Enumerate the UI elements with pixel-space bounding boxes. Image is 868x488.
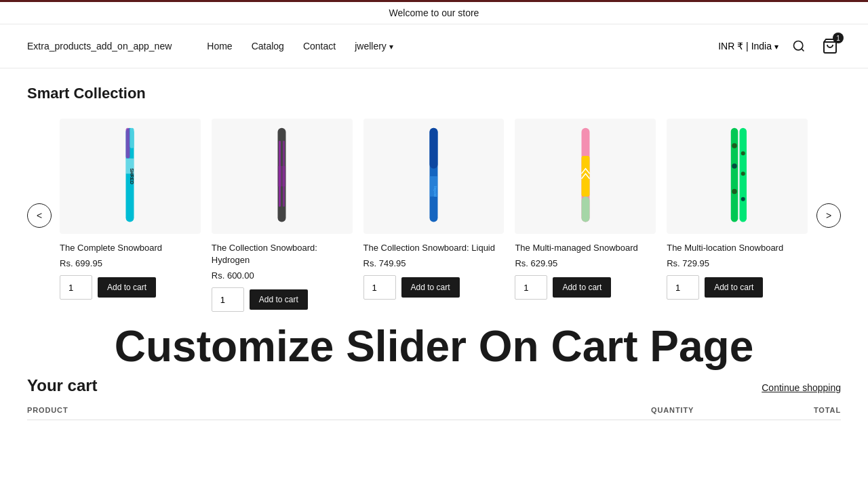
- quantity-input-1[interactable]: [60, 275, 92, 300]
- svg-rect-15: [429, 176, 437, 197]
- main-content: Smart Collection < SHRED The Complete Sn…: [0, 68, 868, 436]
- chevron-down-icon: [774, 41, 778, 52]
- product-card: SHRED The Complete Snowboard Rs. 699.95 …: [60, 119, 201, 312]
- products-row: SHRED The Complete Snowboard Rs. 699.95 …: [60, 119, 808, 312]
- currency-selector[interactable]: INR ₹ | India: [718, 41, 778, 52]
- slider-prev-button[interactable]: <: [27, 203, 52, 228]
- announcement-bar: Welcome to our store: [0, 2, 868, 24]
- snowboard-svg-3: liquid: [418, 125, 449, 227]
- product-image-2: [212, 119, 353, 234]
- product-name-4: The Multi-managed Snowboard: [515, 242, 656, 254]
- header-actions: INR ₹ | India 1: [718, 35, 841, 57]
- snowboard-svg-1: SHRED: [115, 125, 145, 227]
- smart-collection-title: Smart Collection: [27, 85, 841, 102]
- svg-rect-11: [278, 166, 286, 186]
- cart-count-badge: 1: [833, 33, 844, 43]
- svg-point-22: [741, 151, 745, 155]
- product-cart-row-3: Add to cart: [363, 275, 505, 300]
- svg-point-26: [741, 197, 745, 201]
- quantity-input-3[interactable]: [363, 275, 396, 300]
- product-card: The Collection Snowboard: Hydrogen Rs. 6…: [212, 119, 353, 312]
- slider-next-button[interactable]: >: [816, 203, 841, 228]
- product-price-3: Rs. 749.95: [363, 258, 505, 268]
- product-price-4: Rs. 629.95: [515, 258, 656, 268]
- product-price-1: Rs. 699.95: [60, 258, 201, 268]
- add-to-cart-button-3[interactable]: Add to cart: [401, 277, 460, 298]
- nav-catalog[interactable]: Catalog: [252, 41, 284, 52]
- cart-header-row: Your cart Continue shopping: [27, 376, 841, 395]
- product-slider: < SHRED The Complete Snowboard Rs. 699.9…: [27, 119, 841, 312]
- store-logo[interactable]: Extra_products_add_on_app_new: [27, 41, 172, 52]
- snowboard-svg-2: [267, 125, 297, 227]
- main-nav: Home Catalog Contact jwellery: [207, 41, 696, 52]
- quantity-input-2[interactable]: [212, 287, 244, 312]
- product-name-5: The Multi-location Snowboard: [667, 242, 808, 254]
- add-to-cart-button-5[interactable]: Add to cart: [705, 277, 763, 298]
- svg-rect-13: [429, 128, 437, 169]
- product-image-1: SHRED: [60, 119, 201, 234]
- nav-jwellery-dropdown[interactable]: jwellery: [355, 41, 393, 52]
- svg-line-1: [802, 49, 804, 52]
- continue-shopping-link[interactable]: Continue shopping: [762, 382, 841, 393]
- svg-rect-19: [730, 128, 738, 222]
- product-name-1: The Complete Snowboard: [60, 242, 201, 254]
- product-name-3: The Collection Snowboard: Liquid: [363, 242, 505, 254]
- customize-overlay-text: Customize Slider On Cart Page: [27, 312, 841, 375]
- add-to-cart-button-4[interactable]: Add to cart: [553, 277, 611, 298]
- quantity-input-4[interactable]: [515, 275, 547, 300]
- snowboard-svg-4: [570, 125, 601, 227]
- cart-button[interactable]: 1: [819, 35, 841, 57]
- header: Extra_products_add_on_app_new Home Catal…: [0, 24, 868, 68]
- add-to-cart-button-2[interactable]: Add to cart: [250, 289, 308, 310]
- nav-home[interactable]: Home: [207, 41, 232, 52]
- svg-point-0: [794, 41, 803, 50]
- svg-rect-4: [126, 128, 130, 159]
- snowboard-svg-5: [722, 125, 753, 227]
- add-to-cart-button-1[interactable]: Add to cart: [98, 277, 156, 298]
- svg-point-25: [732, 189, 737, 195]
- product-card: The Multi-managed Snowboard Rs. 629.95 A…: [515, 119, 656, 312]
- product-cart-row-5: Add to cart: [667, 275, 808, 300]
- product-cart-row-1: Add to cart: [60, 275, 201, 300]
- quantity-input-5[interactable]: [667, 275, 699, 300]
- product-cart-row-4: Add to cart: [515, 275, 656, 300]
- product-name-2: The Collection Snowboard: Hydrogen: [212, 242, 353, 266]
- nav-contact[interactable]: Contact: [303, 41, 336, 52]
- cart-col-product-header: PRODUCT: [27, 406, 651, 414]
- cart-title: Your cart: [27, 376, 98, 395]
- search-icon: [792, 39, 806, 53]
- search-button[interactable]: [789, 37, 808, 56]
- svg-point-24: [741, 171, 745, 176]
- cart-col-quantity-header: QUANTITY: [651, 406, 773, 414]
- cart-table-header: PRODUCT QUANTITY TOTAL: [27, 406, 841, 420]
- svg-rect-17: [581, 156, 589, 197]
- chevron-down-icon: [389, 41, 393, 52]
- product-card: liquid The Collection Snowboard: Liquid …: [363, 119, 505, 312]
- product-cart-row-2: Add to cart: [212, 287, 353, 312]
- product-card: The Multi-location Snowboard Rs. 729.95 …: [667, 119, 808, 312]
- svg-rect-5: [130, 128, 134, 148]
- product-image-5: [667, 119, 808, 234]
- svg-point-21: [732, 143, 737, 148]
- announcement-text: Welcome to our store: [389, 7, 479, 18]
- svg-rect-18: [581, 197, 589, 222]
- svg-point-23: [732, 163, 737, 169]
- product-price-5: Rs. 729.95: [667, 258, 808, 268]
- product-price-2: Rs. 600.00: [212, 270, 353, 281]
- product-image-3: liquid: [363, 119, 505, 234]
- product-image-4: [515, 119, 656, 234]
- svg-text:SHRED: SHRED: [130, 168, 134, 184]
- cart-col-total-header: TOTAL: [773, 406, 841, 414]
